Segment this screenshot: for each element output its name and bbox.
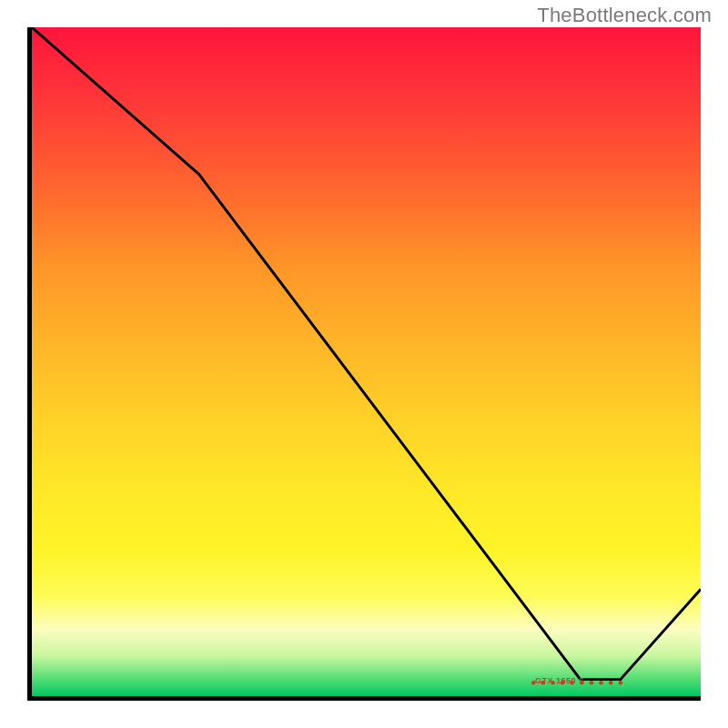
svg-point-7 [599,681,603,685]
chart-frame: GTX 1650 S [27,27,701,701]
data-curve [32,27,701,680]
svg-point-8 [609,681,613,685]
attribution-text: TheBottleneck.com [537,4,712,27]
chart-container: TheBottleneck.com GTX 1650 S [0,0,728,728]
svg-point-6 [590,681,594,685]
target-marker-label: GTX 1650 S [535,676,585,685]
chart-line-layer [32,27,701,696]
svg-point-9 [619,681,623,685]
